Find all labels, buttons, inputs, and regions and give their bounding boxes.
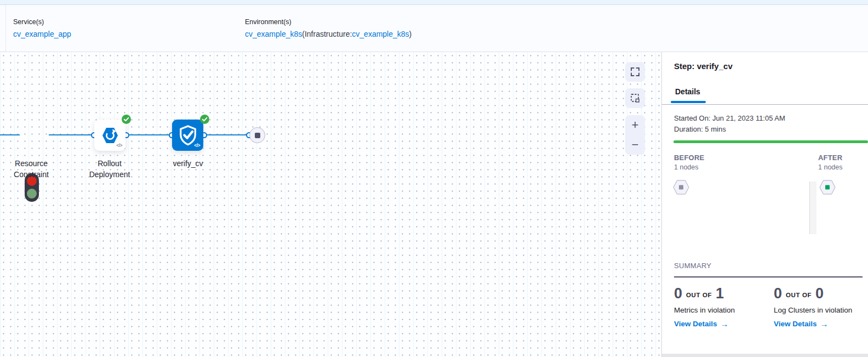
view-details-text: View Details — [674, 320, 717, 328]
infrastructure-link[interactable]: cv_example_k8s — [352, 30, 409, 38]
progress-bar — [673, 140, 868, 143]
log-clusters-total-count: 0 — [815, 285, 824, 302]
infrastructure-prefix: (Infrastructure: — [302, 30, 352, 38]
out-of-label: OUT OF — [686, 292, 712, 298]
metrics-summary-card: 0 OUT OF 1 Metrics in violation View Det… — [674, 285, 774, 328]
code-glyph: </> — [116, 143, 122, 148]
after-node-count: 1 nodes — [818, 163, 842, 171]
before-node-hexagon[interactable] — [673, 180, 689, 197]
service-link[interactable]: cv_example_app — [13, 30, 71, 38]
log-clusters-caption: Log Clusters in violation — [774, 306, 852, 314]
out-of-label: OUT OF — [786, 292, 812, 298]
success-badge-icon — [122, 115, 131, 124]
edge-connector — [49, 134, 92, 135]
stop-square-icon — [255, 133, 260, 138]
hexagon-node-icon — [673, 180, 689, 195]
zoom-out-button[interactable]: − — [625, 135, 645, 155]
tab-details[interactable]: Details — [675, 87, 700, 96]
panel-title: Step: verify_cv — [674, 61, 733, 71]
after-node-hexagon[interactable] — [819, 180, 836, 197]
fullscreen-icon — [630, 66, 641, 77]
environment-link[interactable]: cv_example_k8s — [245, 30, 302, 38]
execution-context-header: Service(s) cv_example_app Environment(s)… — [0, 5, 868, 52]
tab-active-indicator — [671, 101, 706, 103]
summary-divider — [674, 276, 863, 277]
before-node-count: 1 nodes — [674, 163, 698, 171]
zoom-controls: + − — [625, 115, 645, 155]
environment-label: Environment(s) — [245, 18, 412, 26]
arrow-right-icon: → — [820, 319, 829, 328]
zoom-in-button[interactable]: + — [625, 115, 645, 135]
node-label: verify_cv — [158, 158, 218, 169]
header-left-divider — [5, 5, 6, 52]
duration-text: Duration: 5 mins — [674, 125, 726, 133]
end-node[interactable] — [249, 127, 265, 143]
edge-connector — [0, 134, 20, 135]
marquee-select-icon — [630, 93, 641, 104]
summary-label: SUMMARY — [674, 262, 711, 270]
started-on-text: Started On: Jun 21, 2023 11:05 AM — [674, 114, 785, 122]
metrics-caption: Metrics in violation — [674, 306, 774, 314]
rollout-deployment-node[interactable]: </> — [94, 120, 125, 151]
before-pane-scrollbar[interactable] — [809, 182, 816, 234]
traffic-light-green-icon — [27, 189, 37, 199]
log-clusters-violation-count: 0 — [774, 285, 782, 302]
tab-divider — [662, 104, 868, 105]
metrics-view-details-link[interactable]: View Details → — [674, 319, 729, 328]
marquee-select-button[interactable] — [625, 88, 645, 108]
node-label: Resource Constraint — [1, 158, 61, 180]
rollout-icon — [101, 126, 119, 145]
infrastructure-suffix: ) — [409, 30, 412, 38]
log-clusters-summary-card: 0 OUT OF 0 Log Clusters in violation Vie… — [774, 285, 852, 328]
log-clusters-view-details-link[interactable]: View Details → — [774, 319, 829, 328]
panel-horizontal-scrollbar[interactable] — [662, 354, 868, 357]
service-label: Service(s) — [13, 18, 71, 26]
step-details-panel: Step: verify_cv Details Started On: Jun … — [661, 52, 868, 357]
top-strip — [0, 0, 868, 5]
code-glyph: </> — [194, 143, 200, 148]
edge-connector — [129, 134, 170, 135]
hexagon-node-icon — [819, 180, 836, 195]
view-details-text: View Details — [774, 320, 817, 328]
fullscreen-button[interactable] — [625, 62, 645, 82]
before-label: BEFORE — [674, 154, 704, 162]
arrow-right-icon: → — [721, 319, 729, 328]
execution-view: Service(s) cv_example_app Environment(s)… — [0, 0, 868, 357]
metrics-violation-count: 0 — [674, 285, 682, 302]
success-badge-icon — [200, 115, 209, 124]
after-label: AFTER — [818, 154, 842, 162]
edge-connector — [207, 134, 247, 135]
pipeline-canvas[interactable]: Resource Constraint </> Rollout Deployme… — [0, 52, 661, 357]
node-label: Rollout Deployment — [79, 158, 140, 180]
metrics-total-count: 1 — [716, 285, 724, 302]
verify-cv-node[interactable]: </> — [172, 120, 203, 151]
